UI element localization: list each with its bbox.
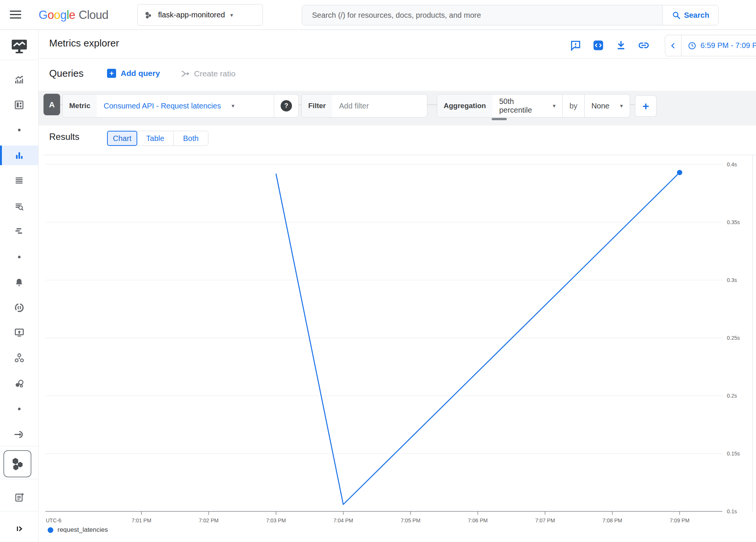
tab-table[interactable]: Table [137, 131, 174, 146]
connector-line [427, 104, 437, 105]
svg-text:0.2s: 0.2s [727, 393, 737, 399]
svg-text:7:03 PM: 7:03 PM [266, 517, 286, 523]
sidebar-overflow-dot[interactable] [0, 120, 38, 140]
chevron-down-icon: ▾ [620, 102, 623, 109]
aggregation-dropdown[interactable]: 50th percentile ▾ [492, 94, 562, 117]
code-icon [592, 39, 604, 51]
svg-text:0.15s: 0.15s [727, 451, 740, 457]
time-range-value[interactable]: 6:59 PM - 7:09 PM [681, 41, 756, 50]
svg-text:0.1s: 0.1s [727, 508, 737, 514]
svg-text:0.25s: 0.25s [727, 335, 740, 341]
merge-arrow-icon [180, 69, 190, 79]
search-button[interactable]: Search [662, 5, 718, 25]
chevron-left-icon [669, 42, 677, 50]
advanced-options-handle[interactable] [492, 118, 507, 120]
tab-both[interactable]: Both [173, 131, 208, 146]
global-search-bar: Search [302, 5, 719, 25]
sidebar-item-monitoring-logo[interactable] [0, 36, 38, 56]
main-menu-icon[interactable] [10, 11, 21, 20]
svg-text:7:01 PM: 7:01 PM [132, 517, 151, 523]
dashboard-icon [14, 100, 24, 110]
help-button[interactable]: ? [281, 100, 292, 111]
feedback-icon [570, 39, 582, 51]
search-input[interactable] [302, 5, 662, 25]
query-letter-badge: A [43, 94, 60, 115]
time-range-text: 6:59 PM - 7:09 PM [700, 41, 756, 50]
connector-line [299, 104, 301, 105]
create-ratio-label: Create ratio [194, 69, 236, 78]
svg-text:7:04 PM: 7:04 PM [334, 517, 353, 523]
dot-icon [17, 128, 21, 132]
svg-text:7:05 PM: 7:05 PM [401, 517, 420, 523]
search-button-label: Search [684, 11, 709, 20]
aggregation-value: 50th percentile [499, 97, 542, 115]
time-back-button[interactable] [665, 35, 681, 56]
sidebar-item-overview[interactable] [0, 70, 38, 89]
link-icon [638, 39, 650, 51]
group-by-value: None [591, 102, 610, 110]
metrics-explorer-page: Google Cloud flask-app-monitored ▾ Searc… [0, 0, 756, 542]
metric-value: Consumed API - Request latencies [104, 102, 221, 110]
top-bar: Google Cloud flask-app-monitored ▾ Searc… [0, 0, 756, 30]
sidebar-divider [0, 60, 38, 60]
filter-input[interactable] [332, 94, 410, 117]
plus-icon: + [107, 69, 116, 78]
svg-text:7:02 PM: 7:02 PM [199, 517, 219, 523]
view-code-button[interactable] [592, 39, 604, 51]
tab-chart[interactable]: Chart [107, 131, 137, 146]
google-wordmark: Google [39, 8, 75, 22]
latency-line-chart[interactable]: 0.4s0.35s0.3s0.25s0.2s0.15s0.1s7:01 PM7:… [0, 151, 756, 542]
search-icon [672, 11, 681, 20]
time-range-selector: 6:59 PM - 7:09 PM [665, 35, 756, 56]
metric-dropdown[interactable]: Consumed API - Request latencies ▾ [97, 94, 274, 117]
project-name: flask-app-monitored [158, 11, 225, 19]
feedback-button[interactable] [570, 39, 582, 51]
results-toolbar: Results Chart Table Both [39, 125, 756, 151]
download-icon [615, 39, 627, 51]
monitoring-logo-icon [9, 37, 29, 55]
google-cloud-logo: Google Cloud [39, 0, 109, 30]
legend-label: request_latencies [57, 526, 108, 534]
sidebar-item-dashboards[interactable] [0, 95, 38, 115]
results-view-toggle: Chart Table Both [107, 131, 208, 146]
svg-text:7:08 PM: 7:08 PM [602, 517, 622, 523]
queries-title: Queries [49, 68, 84, 79]
by-label: by [563, 94, 584, 117]
project-selector[interactable]: flask-app-monitored ▾ [137, 4, 263, 26]
filter-chip: Filter [301, 94, 427, 118]
aggregation-label: Aggregation [437, 94, 492, 117]
filter-label: Filter [302, 94, 332, 117]
aggregation-chip: Aggregation 50th percentile ▾ by None ▾ [437, 94, 630, 118]
add-sub-query-button[interactable]: + [635, 95, 657, 117]
svg-text:0.4s: 0.4s [727, 161, 737, 167]
svg-text:7:07 PM: 7:07 PM [535, 517, 555, 523]
create-ratio-button[interactable]: Create ratio [180, 69, 236, 79]
queries-toolbar: Queries + Add query Create ratio [39, 59, 756, 91]
svg-text:UTC-6: UTC-6 [46, 517, 61, 523]
svg-text:7:06 PM: 7:06 PM [468, 517, 487, 523]
share-link-button[interactable] [638, 39, 650, 51]
cloud-wordmark: Cloud [79, 8, 109, 22]
page-header: Metrics explorer [39, 30, 756, 59]
add-query-button[interactable]: + Add query [107, 69, 160, 78]
divider [274, 94, 274, 117]
svg-text:7:09 PM: 7:09 PM [670, 517, 689, 523]
query-builder: A Metric Consumed API - Request latencie… [39, 91, 756, 125]
group-by-dropdown[interactable]: None ▾ [585, 94, 630, 117]
plus-icon: + [643, 100, 649, 113]
svg-text:0.35s: 0.35s [727, 219, 740, 225]
page-title: Metrics explorer [49, 37, 119, 49]
trending-chart-icon [14, 74, 24, 85]
chart-legend[interactable]: request_latencies [48, 526, 108, 534]
chevron-down-icon: ▾ [553, 102, 556, 109]
results-title: Results [49, 132, 79, 142]
clock-icon [688, 41, 697, 50]
download-button[interactable] [615, 39, 627, 51]
chevron-down-icon: ▾ [230, 12, 233, 19]
metric-label: Metric [63, 94, 97, 117]
connector-line [630, 104, 635, 105]
svg-text:0.3s: 0.3s [727, 277, 737, 283]
legend-dot-icon [48, 527, 53, 533]
hexagon-cluster-icon [144, 11, 153, 20]
chevron-down-icon: ▾ [231, 102, 234, 109]
